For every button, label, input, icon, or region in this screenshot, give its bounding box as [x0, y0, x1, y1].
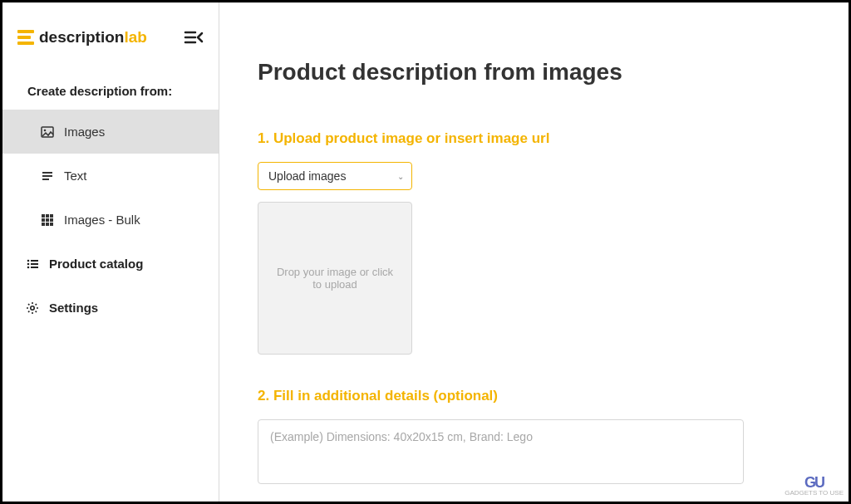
list-icon [26, 257, 39, 271]
hamburger-icon [17, 30, 34, 45]
chevron-down-icon: ⌄ [397, 172, 404, 181]
logo-text-part2: lab [124, 28, 146, 46]
svg-rect-11 [42, 218, 45, 222]
logo-text-part1: description [39, 28, 124, 46]
sidebar-item-text[interactable]: Text [2, 154, 219, 198]
image-dropzone[interactable]: Drop your image or click to upload [258, 202, 412, 355]
collapse-sidebar-button[interactable] [184, 27, 204, 47]
sidebar-item-settings[interactable]: Settings [2, 286, 219, 330]
svg-line-28 [28, 304, 29, 305]
upload-type-select[interactable]: Upload images ⌄ [258, 162, 412, 190]
svg-line-29 [36, 311, 37, 311]
svg-line-30 [28, 311, 29, 311]
sidebar-item-images[interactable]: Images [2, 110, 219, 154]
svg-rect-13 [50, 218, 53, 222]
logo-text: descriptionlab [39, 28, 147, 46]
svg-rect-10 [50, 214, 53, 218]
svg-rect-12 [46, 218, 49, 222]
step1-heading: 1. Upload product image or insert image … [258, 130, 815, 147]
watermark: GU GADGETS TO USE [785, 475, 844, 497]
dropzone-text: Drop your image or click to upload [273, 266, 396, 291]
sidebar-item-label: Settings [49, 301, 98, 315]
logo-row: descriptionlab [2, 2, 219, 69]
step2-heading: 2. Fill in additional details (optional) [258, 388, 815, 404]
sidebar-item-label: Product catalog [49, 257, 143, 271]
page-title: Product description from images [258, 59, 815, 86]
svg-rect-14 [42, 223, 45, 226]
svg-rect-9 [46, 214, 49, 218]
sidebar-item-images-bulk[interactable]: Images - Bulk [2, 198, 219, 242]
svg-point-21 [27, 266, 30, 268]
sidebar-item-label: Text [64, 169, 87, 183]
watermark-logo: GU [785, 475, 844, 490]
main-content: Product description from images 1. Uploa… [219, 2, 849, 502]
sidebar: descriptionlab Create description from: [2, 2, 219, 502]
sidebar-item-label: Images [64, 125, 105, 139]
svg-point-4 [44, 129, 47, 131]
watermark-text: GADGETS TO USE [785, 490, 844, 497]
svg-rect-8 [42, 214, 45, 218]
logo: descriptionlab [17, 28, 147, 46]
image-icon [41, 125, 54, 139]
svg-line-31 [36, 304, 37, 305]
text-icon [41, 169, 54, 183]
gear-icon [26, 301, 39, 315]
sidebar-section-label: Create description from: [2, 69, 219, 110]
svg-point-23 [31, 306, 34, 309]
collapse-icon [184, 27, 204, 47]
grid-icon [41, 213, 54, 227]
sidebar-item-product-catalog[interactable]: Product catalog [2, 242, 219, 286]
svg-rect-16 [50, 223, 53, 226]
sidebar-item-label: Images - Bulk [64, 213, 140, 227]
svg-point-19 [27, 262, 30, 265]
svg-rect-15 [46, 223, 49, 226]
select-label: Upload images [268, 169, 346, 183]
additional-details-input[interactable] [258, 419, 744, 484]
svg-point-17 [27, 259, 30, 262]
